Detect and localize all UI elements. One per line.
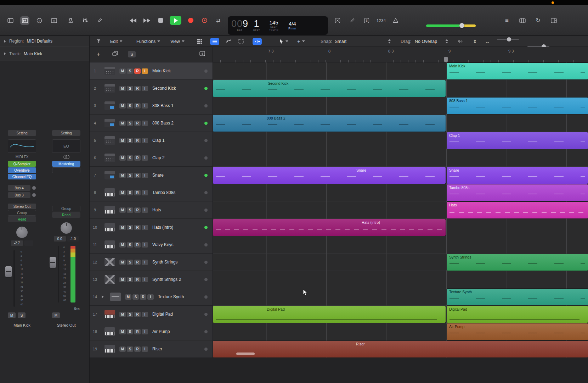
record-arm-button[interactable]: R: [134, 190, 141, 195]
output-slot[interactable]: Stereo Out: [8, 204, 36, 209]
midi-region[interactable]: Snare: [447, 167, 588, 184]
mute-button[interactable]: M: [119, 207, 126, 213]
pan-knob[interactable]: [16, 226, 28, 238]
edit-menu[interactable]: Edit: [110, 36, 123, 47]
mute-button[interactable]: M: [119, 329, 126, 334]
automation-mode-slot[interactable]: Read: [8, 216, 36, 222]
input-monitor-button[interactable]: I: [142, 173, 148, 178]
record-arm-button[interactable]: R: [134, 260, 141, 265]
pan-readout[interactable]: -1.0: [67, 236, 79, 242]
track-row[interactable]: 17MSRIDigital Pad: [90, 306, 213, 323]
mute-button[interactable]: M: [119, 225, 126, 230]
solo-button[interactable]: S: [127, 312, 133, 317]
scroll-to-top-button[interactable]: [96, 36, 101, 47]
quick-help-icon[interactable]: ?: [35, 16, 44, 25]
track-row[interactable]: 18MSRIAir Pump: [90, 323, 213, 340]
grid-view-icon[interactable]: [197, 36, 202, 47]
record-button[interactable]: [186, 16, 195, 25]
rewind-button[interactable]: [128, 16, 137, 25]
empty-plugin-slot[interactable]: [52, 167, 80, 173]
view-menu[interactable]: View: [170, 36, 185, 47]
mute-button[interactable]: M: [119, 173, 126, 178]
midi-region[interactable]: Hats (intro): [213, 219, 446, 236]
mute-button[interactable]: M: [119, 312, 126, 317]
mixer-toggle-icon[interactable]: [518, 16, 527, 25]
solo-button[interactable]: S: [127, 173, 133, 178]
fader-cap[interactable]: [50, 257, 56, 268]
send-level-knob[interactable]: [32, 186, 36, 190]
solo-button[interactable]: S: [127, 260, 133, 265]
volume-readout[interactable]: -2.7: [11, 240, 23, 246]
track-row[interactable]: 5MSRIClap 1: [90, 132, 213, 149]
track-name[interactable]: Digital Pad: [152, 312, 173, 317]
flex-toggle[interactable]: [253, 36, 262, 47]
capture-record-button[interactable]: [200, 16, 209, 25]
track-name[interactable]: Clap 2: [152, 155, 165, 160]
input-monitor-button[interactable]: I: [142, 103, 148, 109]
play-button[interactable]: [170, 16, 181, 25]
mute-button[interactable]: M: [52, 312, 60, 318]
track-name[interactable]: Wavy Keys: [152, 242, 174, 247]
send-slot[interactable]: Bus 4: [8, 185, 30, 191]
track-name[interactable]: Tambo 808s: [152, 190, 175, 195]
volume-thumb[interactable]: [459, 23, 464, 28]
functions-menu[interactable]: Functions: [136, 36, 160, 47]
input-monitor-button[interactable]: I: [142, 86, 148, 91]
stop-button[interactable]: [156, 16, 165, 25]
input-monitor-button[interactable]: I: [142, 190, 148, 195]
vertical-zoom-slider[interactable]: [497, 36, 519, 43]
record-arm-button[interactable]: R: [134, 68, 141, 74]
solo-button[interactable]: S: [127, 86, 133, 91]
midi-region[interactable]: Riser: [213, 341, 588, 357]
midi-region[interactable]: Second Kick: [213, 80, 446, 97]
global-solo-button[interactable]: S: [128, 51, 136, 57]
input-monitor-button[interactable]: I: [142, 68, 148, 74]
solo-button[interactable]: S: [127, 103, 133, 109]
pencil-tool-icon[interactable]: [347, 16, 357, 25]
group-slot[interactable]: Group: [8, 210, 36, 216]
track-row[interactable]: 1MSRIMain Kick: [90, 62, 213, 80]
track-name[interactable]: Texture Synth: [158, 294, 184, 299]
eq-thumbnail[interactable]: [8, 139, 36, 153]
count-in-icon[interactable]: 1234: [377, 16, 386, 25]
mute-button[interactable]: M: [125, 294, 131, 300]
track-row[interactable]: 2MSRISecond Kick: [90, 80, 213, 97]
loop-browser-icon[interactable]: ↻: [533, 16, 543, 25]
track-name[interactable]: Synth Strings: [152, 260, 177, 265]
mute-button[interactable]: M: [119, 190, 126, 195]
pencil-icon[interactable]: [95, 16, 104, 25]
track-row[interactable]: 12MSRISynth Strings: [90, 254, 213, 271]
track-name[interactable]: Main Kick: [152, 68, 171, 73]
input-monitor-button[interactable]: I: [142, 138, 148, 143]
solo-button[interactable]: S: [127, 68, 133, 74]
solo-button[interactable]: S: [18, 312, 26, 318]
midi-region[interactable]: Hats: [447, 202, 588, 218]
track-row[interactable]: 11MSRIWavy Keys: [90, 236, 213, 254]
mute-button[interactable]: M: [119, 138, 126, 143]
mute-button[interactable]: M: [119, 260, 126, 265]
bounce-button[interactable]: Bnc: [52, 307, 80, 310]
track-row[interactable]: 4MSRI808 Bass 2: [90, 115, 213, 132]
track-row[interactable]: 8MSRITambo 808s: [90, 184, 213, 201]
record-arm-button[interactable]: R: [134, 312, 141, 317]
input-monitor-button[interactable]: I: [142, 277, 148, 282]
track-row[interactable]: 13MSRISynth Strings 2: [90, 271, 213, 288]
track-row[interactable]: 7MSRISnare: [90, 167, 213, 184]
metronome-icon[interactable]: [66, 16, 75, 25]
horizontal-auto-zoom-icon[interactable]: ↔: [485, 36, 490, 47]
track-name[interactable]: Air Pump: [152, 329, 170, 334]
playhead-handle[interactable]: [444, 57, 448, 62]
tuner-icon[interactable]: [80, 16, 90, 25]
midi-region[interactable]: Digital Pad: [447, 306, 588, 323]
solo-button[interactable]: S: [127, 207, 133, 213]
solo-button[interactable]: S: [127, 346, 133, 352]
track-name[interactable]: 808 Bass 2: [152, 121, 174, 126]
record-arm-button[interactable]: R: [134, 138, 141, 143]
record-arm-button[interactable]: R: [134, 207, 141, 213]
vertical-auto-zoom-icon[interactable]: ⇕: [473, 36, 477, 47]
group-slot[interactable]: Group: [52, 206, 80, 211]
playhead-line[interactable]: [446, 62, 446, 358]
track-inspector-header[interactable]: Track: Main Kick: [0, 47, 89, 61]
midi-fx-label[interactable]: MIDI FX: [8, 155, 36, 159]
duplicate-track-button[interactable]: [112, 51, 118, 56]
